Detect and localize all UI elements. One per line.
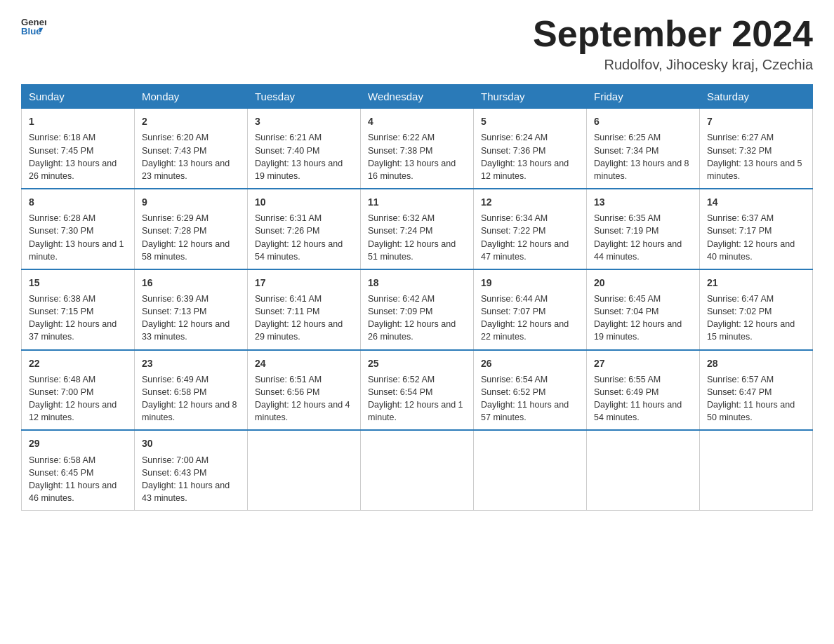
col-sunday: Sunday — [22, 85, 135, 109]
sunrise-text: Sunrise: 6:29 AM — [142, 212, 240, 224]
cell-week1-day6: 6Sunrise: 6:25 AMSunset: 7:34 PMDaylight… — [587, 109, 700, 189]
sunrise-text: Sunrise: 6:18 AM — [29, 131, 127, 144]
cell-week2-day4: 11Sunrise: 6:32 AMSunset: 7:24 PMDayligh… — [361, 189, 474, 269]
sunset-text: Sunset: 7:13 PM — [142, 305, 240, 318]
sunrise-text: Sunrise: 6:24 AM — [481, 131, 579, 144]
sunset-text: Sunset: 6:54 PM — [368, 386, 466, 398]
cell-week2-day3: 10Sunrise: 6:31 AMSunset: 7:26 PMDayligh… — [248, 189, 361, 269]
sunset-text: Sunset: 7:09 PM — [368, 305, 466, 318]
sunset-text: Sunset: 7:19 PM — [594, 224, 692, 237]
daylight-text: Daylight: 11 hours and 57 minutes. — [481, 398, 579, 424]
cell-week4-day4: 25Sunrise: 6:52 AMSunset: 6:54 PMDayligh… — [361, 350, 474, 431]
sunrise-text: Sunrise: 6:31 AM — [255, 212, 353, 224]
day-number: 24 — [255, 356, 353, 370]
day-number: 15 — [29, 276, 127, 290]
sunrise-text: Sunrise: 6:42 AM — [368, 293, 466, 305]
daylight-text: Daylight: 12 hours and 1 minute. — [368, 398, 466, 424]
sunset-text: Sunset: 7:26 PM — [255, 224, 353, 237]
sunset-text: Sunset: 7:43 PM — [142, 145, 240, 157]
sunrise-text: Sunrise: 6:55 AM — [594, 373, 692, 386]
sunset-text: Sunset: 6:49 PM — [594, 386, 692, 398]
col-wednesday: Wednesday — [361, 85, 474, 109]
sunset-text: Sunset: 7:17 PM — [707, 224, 805, 237]
sunset-text: Sunset: 7:34 PM — [594, 145, 692, 157]
week-row-1: 1Sunrise: 6:18 AMSunset: 7:45 PMDaylight… — [22, 109, 813, 189]
sunset-text: Sunset: 7:28 PM — [142, 224, 240, 237]
day-number: 23 — [142, 356, 240, 370]
page-header: General Blue September 2024 Rudolfov, Ji… — [21, 14, 813, 73]
sunset-text: Sunset: 6:58 PM — [142, 386, 240, 398]
sunrise-text: Sunrise: 6:57 AM — [707, 373, 805, 386]
header-row: Sunday Monday Tuesday Wednesday Thursday… — [22, 85, 813, 109]
daylight-text: Daylight: 11 hours and 50 minutes. — [707, 398, 805, 424]
sunset-text: Sunset: 7:45 PM — [29, 145, 127, 157]
day-number: 3 — [255, 114, 353, 128]
daylight-text: Daylight: 12 hours and 19 minutes. — [594, 318, 692, 343]
sunrise-text: Sunrise: 6:58 AM — [29, 454, 127, 467]
day-number: 16 — [142, 276, 240, 290]
week-row-2: 8Sunrise: 6:28 AMSunset: 7:30 PMDaylight… — [22, 189, 813, 269]
location-title: Rudolfov, Jihocesky kraj, Czechia — [533, 57, 813, 73]
cell-week1-day7: 7Sunrise: 6:27 AMSunset: 7:32 PMDaylight… — [700, 109, 813, 189]
sunset-text: Sunset: 7:24 PM — [368, 224, 466, 237]
sunrise-text: Sunrise: 6:41 AM — [255, 293, 353, 305]
cell-week3-day1: 15Sunrise: 6:38 AMSunset: 7:15 PMDayligh… — [22, 269, 135, 350]
sunset-text: Sunset: 6:43 PM — [142, 467, 240, 479]
sunset-text: Sunset: 7:36 PM — [481, 145, 579, 157]
col-tuesday: Tuesday — [248, 85, 361, 109]
day-number: 4 — [368, 114, 466, 128]
daylight-text: Daylight: 12 hours and 58 minutes. — [142, 238, 240, 263]
daylight-text: Daylight: 11 hours and 43 minutes. — [142, 479, 240, 504]
cell-week3-day6: 20Sunrise: 6:45 AMSunset: 7:04 PMDayligh… — [587, 269, 700, 350]
day-number: 12 — [481, 195, 579, 209]
daylight-text: Daylight: 12 hours and 51 minutes. — [368, 238, 466, 263]
calendar-table: Sunday Monday Tuesday Wednesday Thursday… — [21, 84, 813, 511]
sunset-text: Sunset: 7:40 PM — [255, 145, 353, 157]
day-number: 20 — [594, 276, 692, 290]
sunrise-text: Sunrise: 6:54 AM — [481, 373, 579, 386]
day-number: 29 — [29, 436, 127, 450]
day-number: 22 — [29, 356, 127, 370]
week-row-5: 29Sunrise: 6:58 AMSunset: 6:45 PMDayligh… — [22, 430, 813, 510]
cell-week2-day7: 14Sunrise: 6:37 AMSunset: 7:17 PMDayligh… — [700, 189, 813, 269]
cell-week1-day2: 2Sunrise: 6:20 AMSunset: 7:43 PMDaylight… — [135, 109, 248, 189]
cell-week1-day1: 1Sunrise: 6:18 AMSunset: 7:45 PMDaylight… — [22, 109, 135, 189]
cell-week4-day3: 24Sunrise: 6:51 AMSunset: 6:56 PMDayligh… — [248, 350, 361, 431]
day-number: 5 — [481, 114, 579, 128]
day-number: 28 — [707, 356, 805, 370]
daylight-text: Daylight: 12 hours and 44 minutes. — [594, 238, 692, 263]
daylight-text: Daylight: 12 hours and 26 minutes. — [368, 318, 466, 343]
col-thursday: Thursday — [474, 85, 587, 109]
day-number: 18 — [368, 276, 466, 290]
sunrise-text: Sunrise: 6:47 AM — [707, 293, 805, 305]
day-number: 8 — [29, 195, 127, 209]
sunrise-text: Sunrise: 6:22 AM — [368, 131, 466, 144]
daylight-text: Daylight: 12 hours and 29 minutes. — [255, 318, 353, 343]
sunrise-text: Sunrise: 6:37 AM — [707, 212, 805, 224]
cell-week1-day4: 4Sunrise: 6:22 AMSunset: 7:38 PMDaylight… — [361, 109, 474, 189]
day-number: 1 — [29, 114, 127, 128]
sunrise-text: Sunrise: 6:39 AM — [142, 293, 240, 305]
sunrise-text: Sunrise: 6:32 AM — [368, 212, 466, 224]
cell-week4-day6: 27Sunrise: 6:55 AMSunset: 6:49 PMDayligh… — [587, 350, 700, 431]
daylight-text: Daylight: 12 hours and 37 minutes. — [29, 318, 127, 343]
sunset-text: Sunset: 6:56 PM — [255, 386, 353, 398]
cell-week3-day7: 21Sunrise: 6:47 AMSunset: 7:02 PMDayligh… — [700, 269, 813, 350]
sunset-text: Sunset: 7:07 PM — [481, 305, 579, 318]
sunrise-text: Sunrise: 6:51 AM — [255, 373, 353, 386]
sunrise-text: Sunrise: 6:25 AM — [594, 131, 692, 144]
col-friday: Friday — [587, 85, 700, 109]
sunset-text: Sunset: 7:00 PM — [29, 386, 127, 398]
sunrise-text: Sunrise: 7:00 AM — [142, 454, 240, 467]
cell-week2-day1: 8Sunrise: 6:28 AMSunset: 7:30 PMDaylight… — [22, 189, 135, 269]
sunset-text: Sunset: 6:45 PM — [29, 467, 127, 479]
day-number: 26 — [481, 356, 579, 370]
day-number: 7 — [707, 114, 805, 128]
month-title: September 2024 — [533, 14, 813, 54]
sunrise-text: Sunrise: 6:44 AM — [481, 293, 579, 305]
cell-week1-day5: 5Sunrise: 6:24 AMSunset: 7:36 PMDaylight… — [474, 109, 587, 189]
cell-week3-day2: 16Sunrise: 6:39 AMSunset: 7:13 PMDayligh… — [135, 269, 248, 350]
sunrise-text: Sunrise: 6:20 AM — [142, 131, 240, 144]
daylight-text: Daylight: 13 hours and 1 minute. — [29, 238, 127, 263]
sunset-text: Sunset: 7:22 PM — [481, 224, 579, 237]
